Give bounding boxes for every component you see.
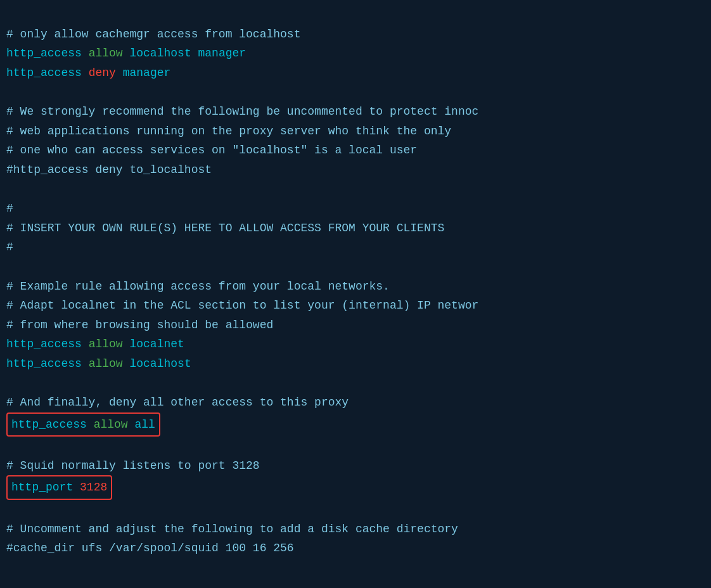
code-line: # web applications running on the proxy … (6, 122, 711, 141)
code-line: http_access allow localhost (6, 354, 711, 374)
code-line: # We strongly recommend the following be… (6, 102, 711, 122)
code-line: # from where browsing should be allowed (6, 316, 711, 335)
code-line: http_access allow all (6, 412, 711, 437)
code-line: # Example rule allowing access from your… (6, 277, 711, 297)
code-line: # INSERT YOUR OWN RULE(S) HERE TO ALLOW … (6, 219, 711, 238)
code-line: http_access allow localhost manager (6, 44, 711, 63)
code-line: # Uncomment and adjust the following to … (6, 520, 711, 539)
code-line (6, 257, 711, 277)
code-line (6, 437, 711, 456)
code-line: # only allow cachemgr access from localh… (6, 25, 711, 44)
code-content: # only allow cachemgr access from localh… (6, 6, 711, 558)
code-line: # (6, 199, 711, 219)
code-line: # Adapt localnet in the ACL section to l… (6, 296, 711, 316)
code-line: # (6, 238, 711, 257)
code-line (6, 180, 711, 200)
code-line (6, 83, 711, 103)
code-line: http_access allow localnet (6, 335, 711, 354)
code-line: #cache_dir ufs /var/spool/squid 100 16 2… (6, 539, 711, 558)
code-line: http_access deny manager (6, 63, 711, 83)
highlighted-command: http_port 3128 (6, 475, 112, 500)
code-line (6, 373, 711, 393)
code-line: #http_access deny to_localhost (6, 160, 711, 180)
code-line (6, 500, 711, 520)
code-line: # And finally, deny all other access to … (6, 393, 711, 412)
code-line: http_port 3128 (6, 475, 711, 500)
code-line: # one who can access services on "localh… (6, 141, 711, 160)
highlighted-command: http_access allow all (6, 412, 160, 437)
code-line: # Squid normally listens to port 3128 (6, 456, 711, 476)
